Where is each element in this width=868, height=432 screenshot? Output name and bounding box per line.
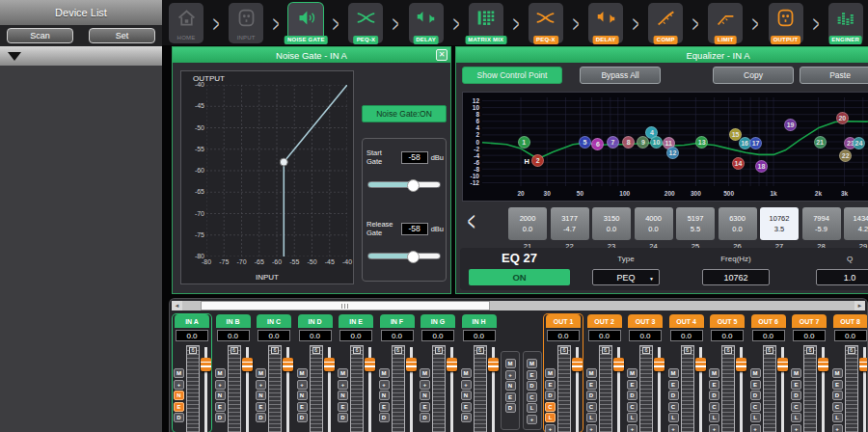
eq-control-point-7[interactable]: 7 <box>607 136 619 148</box>
eq-band-button-23[interactable]: 31500.0 <box>592 207 631 240</box>
master-button-plus[interactable]: + <box>505 370 516 380</box>
type-dropdown[interactable]: PEQ ▼ <box>592 269 660 285</box>
strip-button-m[interactable]: M <box>379 368 390 378</box>
strip-button-m[interactable]: M <box>586 368 597 378</box>
strip-button-m[interactable]: M <box>174 368 184 378</box>
scan-button[interactable]: Scan <box>7 28 73 43</box>
show-control-point-button[interactable]: Show Control Point <box>462 67 562 84</box>
strip-button-d[interactable]: D <box>215 413 226 422</box>
toolbar-item-comp-8[interactable]: COMP <box>648 3 683 43</box>
strip-button-d[interactable]: D <box>668 391 679 400</box>
strip-button-plus[interactable]: + <box>709 424 719 432</box>
channel-tab-out-6[interactable]: OUT 6 <box>751 314 786 328</box>
eq-band-button-26[interactable]: 63000.0 <box>719 207 757 240</box>
toolbar-item-home-0[interactable]: HOME <box>169 3 203 43</box>
toolbar-item-noise-gate-2[interactable]: NOISE GATE <box>288 3 323 43</box>
strip-button-m[interactable]: M <box>338 368 348 378</box>
strip-button-d[interactable]: D <box>832 391 843 400</box>
toolbar-item-matrix-mix-5[interactable]: MATRIX MIX <box>469 3 503 43</box>
strip-button-d[interactable]: D <box>586 391 597 400</box>
master-button-e[interactable]: E <box>527 370 537 380</box>
strip-button-c[interactable]: C <box>832 402 843 412</box>
fader-knob[interactable] <box>201 358 211 371</box>
strip-button-c[interactable]: C <box>545 402 556 412</box>
master-button-c[interactable]: C <box>527 392 537 402</box>
strip-button-plus[interactable]: + <box>627 424 637 432</box>
strip-button-plus[interactable]: + <box>420 380 430 390</box>
strip-button-plus[interactable]: + <box>215 380 226 390</box>
channel-tab-in-f[interactable]: IN F <box>380 314 415 328</box>
strip-button-plus[interactable]: + <box>586 424 597 432</box>
eq-control-point-12[interactable]: 12 <box>666 147 679 159</box>
strip-button-n[interactable]: N <box>174 391 184 400</box>
strip-button-l[interactable]: L <box>750 413 761 422</box>
eq-plot-area[interactable]: 12H456789101112131415161718192021222324 <box>482 97 868 186</box>
set-button[interactable]: Set <box>89 28 155 43</box>
fader-knob[interactable] <box>613 358 624 371</box>
master-button-l[interactable]: L <box>527 403 537 413</box>
master-button-m[interactable]: M <box>527 359 537 368</box>
fader-knob[interactable] <box>695 358 706 371</box>
eq-control-point-21[interactable]: 21 <box>814 136 827 148</box>
strip-button-plus[interactable]: + <box>297 380 308 390</box>
eq-band-button-25[interactable]: 51975.5 <box>676 207 715 240</box>
eq-control-point-20[interactable]: 20 <box>836 112 849 124</box>
strip-button-e[interactable]: E <box>791 380 801 390</box>
device-tree-dropdown[interactable] <box>0 46 162 66</box>
fader-knob[interactable] <box>406 358 417 371</box>
strip-button-e[interactable]: E <box>750 380 761 390</box>
strip-button-e[interactable]: E <box>627 380 637 390</box>
strip-button-plus[interactable]: + <box>545 424 556 432</box>
scroll-left-arrow-icon[interactable]: ◄ <box>172 301 182 310</box>
strip-button-e[interactable]: E <box>668 380 679 390</box>
strip-button-n[interactable]: N <box>379 391 390 400</box>
strip-button-d[interactable]: D <box>174 413 184 422</box>
master-button-d[interactable]: D <box>527 381 537 391</box>
fader-knob[interactable] <box>777 358 788 371</box>
close-icon[interactable]: ✕ <box>436 49 448 61</box>
band-scroll-left-icon[interactable]: < <box>468 206 475 238</box>
strip-button-m[interactable]: M <box>750 368 761 378</box>
strip-button-plus[interactable]: + <box>174 380 184 390</box>
eq-band-button-21[interactable]: 20000.0 <box>508 207 547 240</box>
fader-knob[interactable] <box>654 358 665 371</box>
noise-gate-on-button[interactable]: Noise Gate:ON <box>362 105 447 122</box>
bypass-all-button[interactable]: Bypass All <box>580 67 661 84</box>
strip-button-m[interactable]: M <box>832 368 843 378</box>
strip-button-l[interactable]: L <box>627 413 637 422</box>
strip-button-d[interactable]: D <box>791 391 801 400</box>
strip-button-l[interactable]: L <box>668 413 679 422</box>
strip-button-e[interactable]: E <box>420 402 430 412</box>
fader-knob[interactable] <box>572 358 583 371</box>
strip-button-l[interactable]: L <box>709 413 719 422</box>
strip-button-plus[interactable]: + <box>338 380 348 390</box>
strip-button-plus[interactable]: + <box>256 380 266 390</box>
toolbar-item-enginer-11[interactable]: ENGINER <box>828 3 863 43</box>
strip-button-m[interactable]: M <box>709 368 719 378</box>
channel-tab-in-e[interactable]: IN E <box>339 314 373 328</box>
start-gate-value[interactable]: -58 <box>401 151 428 164</box>
fader-knob[interactable] <box>488 358 499 371</box>
strip-button-c[interactable]: C <box>586 402 597 412</box>
master-button-plus[interactable]: + <box>527 415 537 424</box>
master-button-n[interactable]: N <box>505 381 516 391</box>
fader-knob[interactable] <box>283 358 293 371</box>
eq-control-point-14[interactable]: 14 <box>732 157 745 170</box>
strip-button-e[interactable]: E <box>832 380 843 390</box>
eq-control-point-19[interactable]: 19 <box>784 119 797 131</box>
fader-knob[interactable] <box>736 358 746 371</box>
strip-button-d[interactable]: D <box>338 413 348 422</box>
strip-button-n[interactable]: N <box>215 391 226 400</box>
toolbar-item-delay-4[interactable]: DELAY <box>409 3 444 43</box>
strip-button-e[interactable]: E <box>379 402 390 412</box>
strip-button-d[interactable]: D <box>420 413 430 422</box>
strip-button-m[interactable]: M <box>545 368 556 378</box>
strip-button-l[interactable]: L <box>832 413 843 422</box>
strip-button-c[interactable]: C <box>627 402 637 412</box>
channel-tab-out-3[interactable]: OUT 3 <box>628 314 663 328</box>
eq-band-button-28[interactable]: 7994-5.9 <box>802 207 841 240</box>
strip-button-n[interactable]: N <box>256 391 266 400</box>
channel-tab-in-g[interactable]: IN G <box>420 314 455 328</box>
fader-knob[interactable] <box>324 358 335 371</box>
strip-button-d[interactable]: D <box>461 413 472 422</box>
